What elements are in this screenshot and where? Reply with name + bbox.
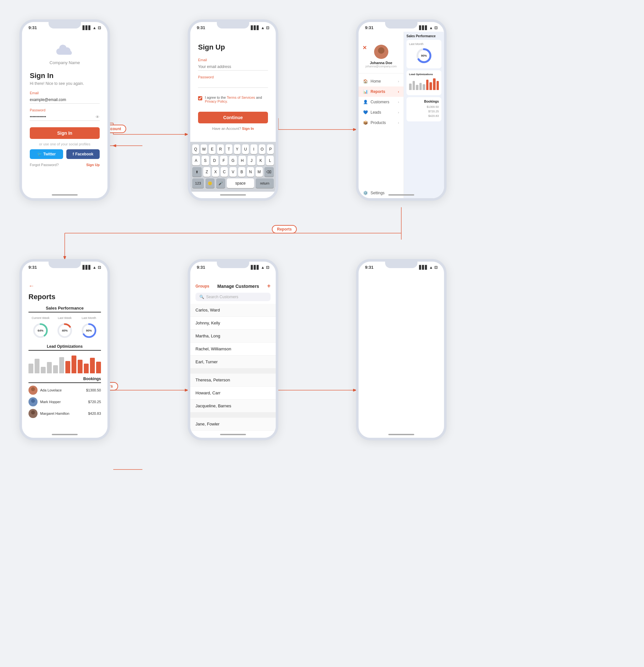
back-arrow[interactable]: ← (29, 283, 101, 290)
nav-item-customers[interactable]: 👤Customers › (359, 97, 403, 107)
key-u[interactable]: U (242, 144, 249, 154)
key-mic[interactable]: 🎤 (216, 178, 225, 188)
key-d[interactable]: D (211, 156, 218, 165)
facebook-icon: f (72, 152, 74, 157)
eye-icon[interactable]: 👁 (96, 115, 100, 119)
key-z[interactable]: Z (203, 167, 210, 177)
donut-90-reports: 90% (80, 322, 98, 340)
email-label-1: Email (30, 91, 100, 95)
signin-link[interactable]: Sign In (242, 127, 254, 130)
dashboard-screen: ✕ Johanna Doe johanna@company.com 🏠Home … (359, 32, 444, 198)
key-o[interactable]: O (259, 144, 266, 154)
donut-90r-label: 90% (86, 329, 92, 332)
panel-title: Sales Performance (407, 34, 442, 38)
key-j[interactable]: J (248, 156, 255, 165)
twitter-button[interactable]: 🐦 Twitter (30, 149, 63, 159)
reports-title: Reports (29, 293, 101, 301)
nav-item-home[interactable]: 🏠Home › (359, 76, 403, 86)
terms-link[interactable]: Terms of Services (227, 96, 255, 99)
status-icons-4: ▋▋▋ ▲ ⊡ (83, 265, 101, 270)
customer-item-3[interactable]: Martha, Long (190, 330, 276, 343)
customer-item-2[interactable]: Johnny, Kelly (190, 317, 276, 330)
add-customer-button[interactable]: + (267, 283, 270, 290)
key-x[interactable]: X (212, 167, 219, 177)
key-l[interactable]: L (266, 156, 274, 165)
booking-amount-3: $420.83 (428, 114, 439, 117)
customer-item-7[interactable]: Howard, Carr (190, 387, 276, 400)
key-a[interactable]: A (192, 156, 200, 165)
forgot-label: Forgot Password? (30, 163, 59, 167)
have-account-text: Have an Account? Sign In (198, 127, 268, 130)
nav-item-settings[interactable]: ⚙️Settings (359, 188, 403, 198)
signin-button[interactable]: Sign In (30, 127, 100, 139)
email-input-1[interactable] (30, 96, 100, 103)
booking-item-3: Margaret Hamilton $420.83 (29, 409, 101, 418)
key-e[interactable]: E (209, 144, 216, 154)
signup-screen: Sign Up Email Password I agree to the Te… (190, 31, 276, 130)
nav-item-reports[interactable]: 📊Reports ‹ (359, 86, 403, 97)
key-w[interactable]: W (201, 144, 208, 154)
email-input-2[interactable] (198, 63, 268, 70)
nav-item-products[interactable]: 📦Products › (359, 117, 403, 128)
phone-dashboard: 9:31 ▋▋▋ ▲ ⊡ ✕ Johanna Doe johann (356, 19, 447, 201)
key-return[interactable]: return (255, 178, 274, 188)
key-g[interactable]: G (229, 156, 237, 165)
key-n[interactable]: N (247, 167, 254, 177)
groups-link[interactable]: Groups (196, 284, 209, 289)
facebook-label: Facebook (75, 152, 93, 157)
customers-header: Groups Manage Customers + (190, 283, 276, 293)
key-f[interactable]: F (220, 156, 228, 165)
key-c[interactable]: C (221, 167, 228, 177)
booking-avatar-3 (29, 409, 37, 418)
lead-opt-card: Lead Optimizations (407, 70, 442, 95)
metric-last-week: Last Week 40% (53, 316, 77, 340)
bookings-title: Bookings (409, 100, 439, 103)
password-input-2[interactable] (198, 80, 268, 88)
key-v[interactable]: V (229, 167, 236, 177)
customer-item-6[interactable]: Theresa, Peterson (190, 374, 276, 387)
key-p[interactable]: P (267, 144, 274, 154)
twitter-icon: 🐦 (37, 152, 42, 157)
bookings-section-title: Bookings (29, 377, 101, 383)
search-icon: 🔍 (199, 295, 204, 299)
password-input-1[interactable] (30, 113, 100, 121)
keyboard-row-3: ⬆ Z X C V B N M ⌫ (192, 167, 274, 177)
privacy-link[interactable]: Privacy Policy. (205, 99, 228, 103)
svg-point-11 (31, 387, 35, 391)
home-indicator-5 (220, 434, 246, 435)
have-account-label: Have an Account? (212, 127, 241, 130)
key-s[interactable]: S (202, 156, 209, 165)
key-q[interactable]: Q (192, 144, 199, 154)
customer-item-8[interactable]: Jacqueline, Barnes (190, 400, 276, 412)
key-backspace[interactable]: ⌫ (264, 167, 274, 177)
customer-gap-2 (190, 412, 276, 418)
key-h[interactable]: H (238, 156, 246, 165)
key-123[interactable]: 123 (192, 178, 204, 188)
customer-item-4[interactable]: Rachel, Williamson (190, 343, 276, 356)
search-bar[interactable]: 🔍 Search Customers (196, 293, 270, 301)
or-text: or use one of your social profiles (30, 142, 100, 146)
key-m[interactable]: M (255, 167, 263, 177)
close-button[interactable]: ✕ (362, 45, 367, 51)
key-shift[interactable]: ⬆ (192, 167, 202, 177)
key-k[interactable]: K (257, 156, 265, 165)
svg-point-12 (30, 391, 36, 395)
key-r[interactable]: R (217, 144, 224, 154)
booking-avatar-2 (29, 397, 37, 406)
key-y[interactable]: Y (234, 144, 241, 154)
continue-button[interactable]: Continue (198, 112, 268, 124)
terms-text: I agree to the Terms of Services and Pri… (205, 96, 268, 103)
customer-item-1[interactable]: Carlos, Ward (190, 304, 276, 317)
key-i[interactable]: I (250, 144, 257, 154)
terms-checkbox[interactable] (198, 96, 202, 100)
svg-point-15 (31, 410, 35, 414)
key-space[interactable]: space (227, 178, 254, 188)
customer-item-5[interactable]: EarI, Turner (190, 356, 276, 369)
facebook-button[interactable]: f Facebook (66, 149, 100, 159)
key-emoji[interactable]: 🙂 (205, 178, 215, 188)
nav-item-leads[interactable]: 💙Leads › (359, 107, 403, 117)
customer-item-9[interactable]: Jane, Fowler (190, 418, 276, 430)
signup-link[interactable]: Sign Up (86, 163, 100, 167)
key-t[interactable]: T (226, 144, 232, 154)
key-b[interactable]: B (238, 167, 245, 177)
